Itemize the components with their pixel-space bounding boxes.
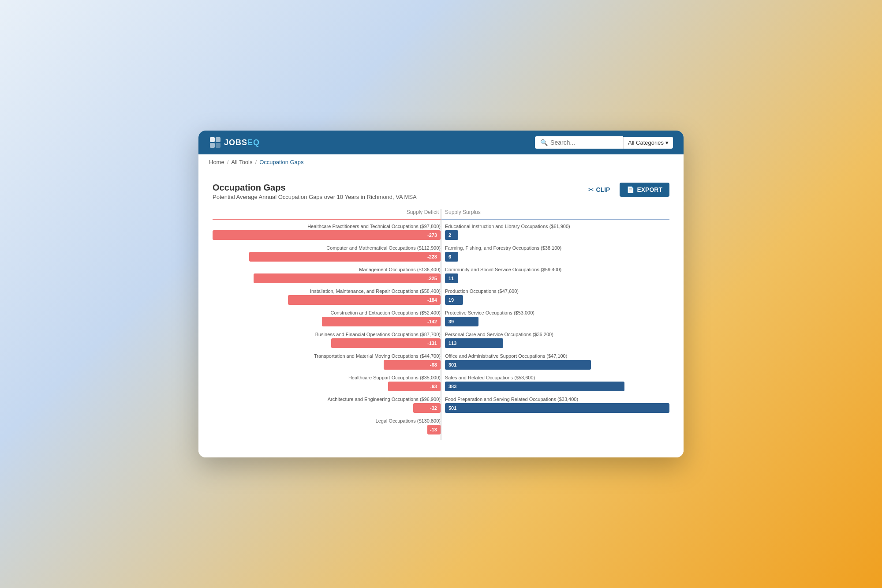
- deficit-label-4: Construction and Extraction Occupations …: [213, 310, 441, 315]
- logo-text: JOBSEQ: [224, 138, 260, 147]
- breadcrumb-sep-2: /: [255, 159, 257, 165]
- deficit-bar-2: -225: [254, 273, 441, 283]
- deficit-label-7: Healthcare Support Occupations ($35,000): [213, 375, 441, 380]
- surplus-bar-1: 6: [445, 252, 458, 262]
- search-input[interactable]: [550, 139, 617, 146]
- deficit-bar-container-5: -131: [213, 338, 441, 348]
- deficit-label-9: Legal Occupations ($130,800): [213, 418, 441, 423]
- surplus-label-0: Educational Instruction and Library Occu…: [441, 224, 669, 229]
- deficit-row-3: Installation, Maintenance, and Repair Oc…: [213, 288, 441, 305]
- svg-rect-0: [210, 137, 215, 142]
- surplus-bar-container-5: 113: [441, 338, 669, 348]
- surplus-label-8: Food Preparation and Serving Related Occ…: [441, 397, 669, 402]
- export-icon: 📄: [627, 186, 634, 193]
- surplus-row-8: Food Preparation and Serving Related Occ…: [441, 397, 669, 413]
- deficit-bar-1: -228: [249, 252, 441, 262]
- breadcrumb: Home / All Tools / Occupation Gaps: [198, 154, 684, 170]
- surplus-bar-container-7: 383: [441, 382, 669, 391]
- logo: JOBSEQ: [209, 136, 260, 149]
- surplus-label-6: Office and Administrative Support Occupa…: [441, 353, 669, 359]
- surplus-row-1: Farming, Fishing, and Forestry Occupatio…: [441, 245, 669, 262]
- surplus-row-0: Educational Instruction and Library Occu…: [441, 224, 669, 240]
- breadcrumb-current: Occupation Gaps: [259, 159, 303, 165]
- surplus-label-1: Farming, Fishing, and Forestry Occupatio…: [441, 245, 669, 251]
- deficit-bar-container-3: -184: [213, 295, 441, 305]
- logo-icon: [209, 136, 221, 149]
- deficit-label-2: Management Occupations ($136,400): [213, 267, 441, 272]
- surplus-bar-8: 501: [445, 403, 669, 413]
- svg-rect-1: [216, 137, 220, 142]
- search-area: 🔍 All Categories ▾: [535, 136, 673, 149]
- surplus-bar-5: 113: [445, 338, 503, 348]
- browser-window: JOBSEQ 🔍 All Categories ▾ Home / All Too…: [198, 131, 684, 457]
- breadcrumb-home[interactable]: Home: [209, 159, 224, 165]
- deficit-row-5: Business and Financial Operations Occupa…: [213, 332, 441, 348]
- surplus-row-7: Sales and Related Occupations ($53,600) …: [441, 375, 669, 391]
- page-header: Occupation Gaps Potential Average Annual…: [213, 183, 669, 200]
- deficit-label-6: Transportation and Material Moving Occup…: [213, 353, 441, 359]
- main-content: Occupation Gaps Potential Average Annual…: [198, 170, 684, 457]
- deficit-bar-9: -13: [427, 425, 441, 434]
- deficit-bar-8: -32: [413, 403, 441, 413]
- deficit-row-0: Healthcare Practitioners and Technical O…: [213, 224, 441, 240]
- chart-area: Supply Deficit Healthcare Practitioners …: [213, 209, 669, 440]
- surplus-bar-container-4: 39: [441, 317, 669, 326]
- deficit-bar-6: -68: [384, 360, 441, 370]
- surplus-bar-3: 19: [445, 295, 463, 305]
- deficit-bar-0: -273: [213, 230, 441, 240]
- deficit-row-9: Legal Occupations ($130,800) -13: [213, 418, 441, 434]
- surplus-bar-container-2: 11: [441, 273, 669, 283]
- surplus-row-4: Protective Service Occupations ($53,000)…: [441, 310, 669, 326]
- clip-icon: ✂: [588, 186, 594, 193]
- surplus-label-4: Protective Service Occupations ($53,000): [441, 310, 669, 315]
- surplus-row-6: Office and Administrative Support Occupa…: [441, 353, 669, 370]
- surplus-label-7: Sales and Related Occupations ($53,600): [441, 375, 669, 380]
- surplus-row-5: Personal Care and Service Occupations ($…: [441, 332, 669, 348]
- top-nav: JOBSEQ 🔍 All Categories ▾: [198, 131, 684, 154]
- breadcrumb-all-tools[interactable]: All Tools: [231, 159, 252, 165]
- chart-right: Supply Surplus Educational Instruction a…: [441, 209, 669, 440]
- svg-rect-2: [210, 143, 215, 148]
- page-title: Occupation Gaps: [213, 183, 417, 193]
- deficit-bar-container-6: -68: [213, 360, 441, 370]
- deficit-bar-container-4: -142: [213, 317, 441, 326]
- chevron-down-icon: ▾: [665, 139, 669, 146]
- page-subtitle: Potential Average Annual Occupation Gaps…: [213, 194, 417, 200]
- surplus-bar-container-3: 19: [441, 295, 669, 305]
- surplus-bar-7: 383: [445, 382, 624, 391]
- deficit-bar-5: -131: [331, 338, 441, 348]
- surplus-label-3: Production Occupations ($47,600): [441, 288, 669, 294]
- surplus-bar-6: 301: [445, 360, 591, 370]
- deficit-row-1: Computer and Mathematical Occupations ($…: [213, 245, 441, 262]
- surplus-bar-container-0: 2: [441, 230, 669, 240]
- deficit-bar-3: -184: [288, 295, 441, 305]
- deficit-bar-container-9: -13: [213, 425, 441, 434]
- surplus-header: Supply Surplus: [441, 209, 669, 215]
- surplus-bar-4: 39: [445, 317, 478, 326]
- deficit-row-7: Healthcare Support Occupations ($35,000)…: [213, 375, 441, 391]
- export-button[interactable]: 📄 EXPORT: [620, 183, 669, 197]
- breadcrumb-sep-1: /: [227, 159, 229, 165]
- surplus-bar-container-6: 301: [441, 360, 669, 370]
- deficit-bar-container-1: -228: [213, 252, 441, 262]
- deficit-bar-7: -63: [388, 382, 441, 391]
- deficit-label-0: Healthcare Practitioners and Technical O…: [213, 224, 441, 229]
- deficit-divider: [213, 219, 441, 220]
- surplus-row-2: Community and Social Service Occupations…: [441, 267, 669, 283]
- deficit-label-3: Installation, Maintenance, and Repair Oc…: [213, 288, 441, 294]
- clip-button[interactable]: ✂ CLIP: [583, 184, 616, 196]
- category-dropdown[interactable]: All Categories ▾: [623, 137, 673, 149]
- surplus-bar-0: 2: [445, 230, 458, 240]
- deficit-label-1: Computer and Mathematical Occupations ($…: [213, 245, 441, 251]
- deficit-bar-container-2: -225: [213, 273, 441, 283]
- deficit-row-6: Transportation and Material Moving Occup…: [213, 353, 441, 370]
- surplus-bar-2: 11: [445, 273, 458, 283]
- surplus-bar-container-1: 6: [441, 252, 669, 262]
- chart-left: Supply Deficit Healthcare Practitioners …: [213, 209, 441, 440]
- page-title-section: Occupation Gaps Potential Average Annual…: [213, 183, 417, 200]
- search-icon: 🔍: [540, 139, 548, 146]
- deficit-row-8: Architecture and Engineering Occupations…: [213, 397, 441, 413]
- surplus-divider: [441, 219, 669, 220]
- svg-rect-3: [216, 143, 220, 148]
- deficit-bar-container-7: -63: [213, 382, 441, 391]
